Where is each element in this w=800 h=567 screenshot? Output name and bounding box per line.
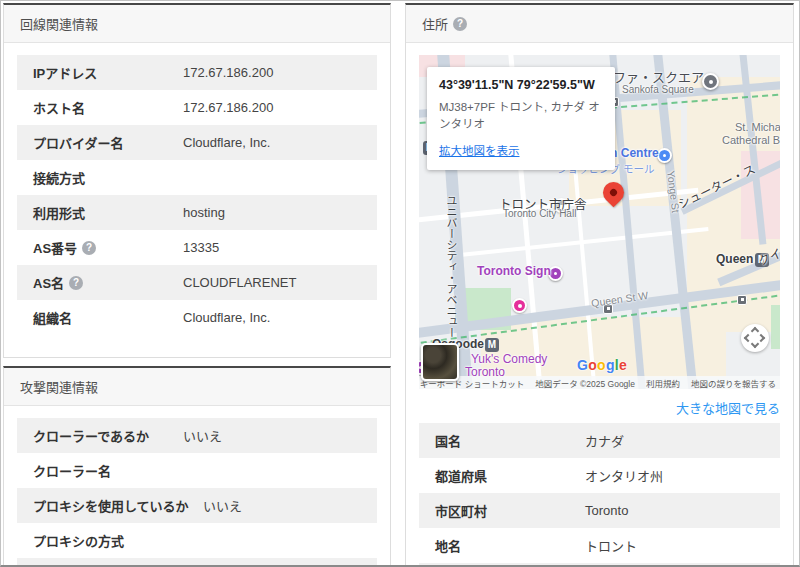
map-label-sankofa-en: Sankofa Square — [622, 84, 694, 95]
row-label: IPアドレス — [33, 63, 183, 82]
pan-left-icon[interactable] — [744, 334, 752, 342]
pan-control[interactable] — [741, 324, 769, 352]
row-label: 市区町村 — [435, 501, 585, 520]
page: 回線関連情報 IPアドレス 172.67.186.200 ホスト名 172.67… — [0, 0, 800, 567]
map-label-university-ave: ユニバーシティ・アベニュー — [443, 195, 459, 338]
google-map-embed[interactable]: M M M サンコファ・スクエア Sankofa Square St. Mich… — [419, 55, 780, 389]
terms-link[interactable]: 利用規約 — [646, 377, 680, 389]
table-row: 地名 トロント — [419, 528, 780, 563]
row-label: 国名 — [435, 431, 585, 450]
attack-info-card: 攻撃関連情報 クローラーであるか いいえ クローラー名 プロキシを使用しているか… — [3, 366, 391, 567]
attack-info-card-header: 攻撃関連情報 — [4, 368, 390, 406]
table-row: 利用形式 hosting — [17, 195, 377, 230]
row-value: いいえ — [203, 496, 242, 515]
row-value: Toronto — [585, 503, 628, 518]
address-card-body: M M M サンコファ・スクエア Sankofa Square St. Mich… — [406, 43, 793, 567]
map-data-text: 地図データ ©2025 Google — [535, 377, 635, 389]
map-label-toronto-sign[interactable]: Toronto Sign — [477, 264, 551, 278]
row-value: トロント — [585, 536, 637, 555]
row-value: Cloudflare, Inc. — [183, 135, 270, 150]
address-card-header: 住所 — [406, 5, 793, 43]
line-info-title: 回線関連情報 — [20, 14, 98, 33]
row-label: 接続方式 — [33, 168, 183, 187]
row-value: オンタリオ州 — [585, 466, 663, 485]
map-label-queen-station: Queen — [716, 252, 753, 266]
osgoode-station-icon[interactable]: M — [485, 338, 499, 352]
pan-up-icon[interactable] — [751, 327, 759, 335]
row-label: クローラーであるか — [33, 426, 183, 445]
attack-info-table: クローラーであるか いいえ クローラー名 プロキシを使用しているか いいえ プロ… — [4, 406, 390, 567]
table-row: 国名 カナダ — [419, 423, 780, 458]
line-info-card: 回線関連情報 IPアドレス 172.67.186.200 ホスト名 172.67… — [3, 3, 391, 358]
row-label: プロキシの方式 — [33, 531, 183, 550]
view-larger-map-link[interactable]: 大きな地図で見る — [676, 401, 780, 416]
google-logo-letter: o — [597, 357, 606, 373]
map-label-city-hall-en: Toronto City Hall — [503, 208, 576, 219]
pan-down-icon[interactable] — [751, 340, 759, 348]
map-attribution-bar: キーボード ショートカット 地図データ ©2025 Google 利用規約 地図… — [419, 376, 780, 389]
table-row: AS番号 13335 — [17, 230, 377, 265]
table-row: 接続方式 — [17, 160, 377, 195]
map-label-yuks-comedy[interactable]: Yuk's Comedy — [471, 352, 547, 366]
address-title: 住所 — [422, 14, 448, 33]
row-value: hosting — [183, 205, 225, 220]
row-value: CLOUDFLARENET — [183, 275, 296, 290]
enlarge-map-link[interactable]: 拡大地図を表示 — [439, 142, 520, 158]
help-icon[interactable] — [82, 241, 96, 255]
table-row: 組織名 Cloudflare, Inc. — [17, 300, 377, 335]
table-row: 市区町村 Toronto — [419, 493, 780, 528]
google-logo[interactable]: Google — [577, 357, 627, 373]
help-icon[interactable] — [453, 17, 467, 31]
row-label: プロキシを使用しているか — [33, 496, 203, 515]
table-row: プロキシの方式 — [17, 523, 377, 558]
row-value: カナダ — [585, 431, 624, 450]
address-table: 国名 カナダ 都道府県 オンタリオ州 市区町村 Toronto 地名 トロント — [419, 423, 780, 567]
photo-spot-pin-icon[interactable] — [512, 298, 527, 313]
bus-stop-icon[interactable] — [737, 295, 747, 305]
row-label: 都道府県 — [435, 466, 585, 485]
table-row: プロキシを使用しているか いいえ — [17, 488, 377, 523]
table-row: クローラー名 — [17, 453, 377, 488]
row-value: いいえ — [183, 426, 222, 445]
address-card: 住所 — [405, 3, 794, 567]
row-label: プロバイダー名 — [33, 133, 183, 152]
coordinates-text: 43°39'11.5"N 79°22'59.5"W — [439, 78, 603, 92]
row-label: 利用形式 — [33, 203, 183, 222]
table-row: プロバイダー名 Cloudflare, Inc. — [17, 125, 377, 160]
table-row: 都道府県 オンタリオ州 — [419, 458, 780, 493]
table-row — [419, 563, 780, 567]
table-row: AS名 CLOUDFLARENET — [17, 265, 377, 300]
google-logo-letter: o — [588, 357, 597, 373]
eaton-centre-shopping-icon[interactable] — [657, 148, 672, 163]
table-row — [17, 558, 377, 567]
row-value: 172.67.186.200 — [183, 65, 273, 80]
report-error-link[interactable]: 地図の誤りを報告する — [691, 377, 776, 389]
help-icon[interactable] — [69, 276, 83, 290]
row-value: Cloudflare, Inc. — [183, 310, 270, 325]
line-info-table: IPアドレス 172.67.186.200 ホスト名 172.67.186.20… — [4, 43, 390, 347]
plus-code-address: MJ38+7PF トロント, カナダ オンタリオ — [439, 99, 603, 132]
row-label: AS番号 — [33, 238, 183, 257]
table-row: ホスト名 172.67.186.200 — [17, 90, 377, 125]
row-value: 172.67.186.200 — [183, 100, 273, 115]
map-info-window: 43°39'11.5"N 79°22'59.5"W MJ38+7PF トロント,… — [427, 67, 615, 170]
sankofa-square-marker-icon[interactable] — [702, 73, 719, 90]
row-label: ホスト名 — [33, 98, 183, 117]
map-park — [771, 305, 780, 349]
satellite-view-toggle[interactable] — [421, 343, 459, 381]
attack-info-title: 攻撃関連情報 — [20, 377, 98, 396]
google-logo-letter: g — [606, 357, 615, 373]
google-logo-letter: G — [577, 357, 588, 373]
pan-right-icon[interactable] — [757, 334, 765, 342]
google-logo-letter: e — [619, 357, 627, 373]
row-label: AS名 — [33, 273, 183, 292]
row-label: 組織名 — [33, 308, 183, 327]
row-label: 地名 — [435, 536, 585, 555]
view-larger-map-row: 大きな地図で見る — [419, 398, 780, 417]
map-label-st-michaels: St. Michael's — [735, 121, 780, 133]
row-label: クローラー名 — [33, 461, 183, 480]
table-row: IPアドレス 172.67.186.200 — [17, 55, 377, 90]
table-row: クローラーであるか いいえ — [17, 418, 377, 453]
line-info-card-header: 回線関連情報 — [4, 5, 390, 43]
map-label-cathedral: Cathedral Basilica — [722, 134, 780, 146]
